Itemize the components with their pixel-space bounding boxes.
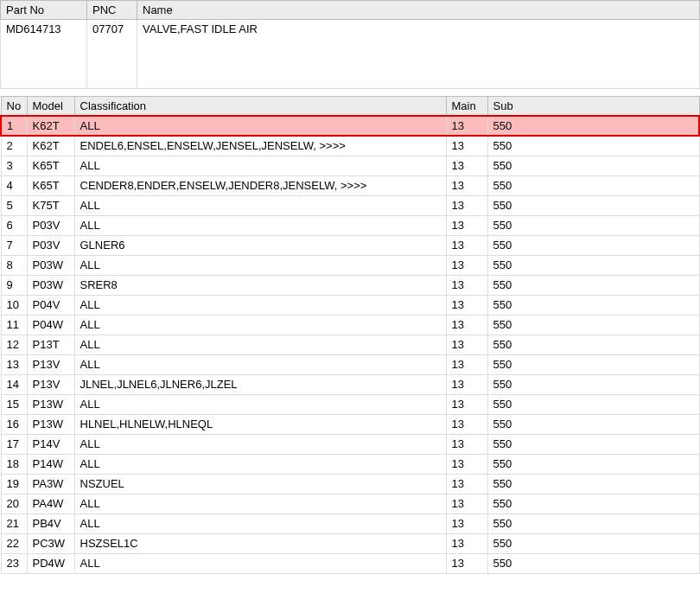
table-row[interactable]: 10P04VALL13550 [1, 295, 699, 315]
table-row[interactable]: 13P13VALL13550 [1, 354, 699, 374]
cell-no: 22 [1, 533, 27, 553]
table-row[interactable]: 21PB4VALL13550 [1, 513, 699, 533]
cell-sub: 550 [487, 116, 699, 136]
table-header-row: No Model Classification Main Sub [1, 97, 699, 117]
header-columns-row: Part No PNC Name [1, 1, 700, 20]
cell-main: 13 [446, 513, 487, 533]
table-row[interactable]: 3K65TALL13550 [1, 156, 699, 175]
header-col-name[interactable]: Name [137, 1, 700, 20]
table-row[interactable]: 8P03WALL13550 [1, 255, 699, 275]
cell-classification: ALL [74, 156, 446, 175]
cell-model: PA4W [27, 494, 74, 513]
table-row[interactable]: 16P13WHLNEL,HLNELW,HLNEQL13550 [1, 414, 699, 434]
cell-classification: NSZUEL [74, 474, 446, 494]
table-row[interactable]: 12P13TALL13550 [1, 335, 699, 354]
cell-sub: 550 [487, 275, 699, 295]
part-header-table: Part No PNC Name MD614713 07707 VALVE,FA… [0, 0, 700, 89]
table-row[interactable]: 15P13WALL13550 [1, 394, 699, 414]
cell-classification: ALL [74, 195, 446, 215]
cell-main: 13 [446, 414, 487, 434]
cell-no: 8 [1, 255, 27, 275]
table-row[interactable]: 1K62TALL13550 [1, 116, 699, 136]
cell-sub: 550 [487, 156, 699, 175]
table-row[interactable]: 17P14VALL13550 [1, 434, 699, 454]
cell-no: 15 [1, 394, 27, 414]
cell-classification: ALL [74, 513, 446, 533]
cell-no: 5 [1, 195, 27, 215]
cell-no: 13 [1, 354, 27, 374]
cell-no: 3 [1, 156, 27, 175]
cell-model: K75T [27, 195, 74, 215]
cell-no: 7 [1, 235, 27, 255]
cell-no: 2 [1, 136, 27, 156]
cell-classification: HLNEL,HLNELW,HLNEQL [74, 414, 446, 434]
cell-model: P03W [27, 275, 74, 295]
cell-sub: 550 [487, 354, 699, 374]
table-row[interactable]: 18P14WALL13550 [1, 454, 699, 474]
table-row[interactable]: 6P03VALL13550 [1, 215, 699, 235]
table-row[interactable]: 9P03WSRER813550 [1, 275, 699, 295]
cell-main: 13 [446, 235, 487, 255]
table-row[interactable]: 2K62TENDEL6,ENSEL,ENSELW,JENSEL,JENSELW,… [1, 136, 699, 156]
cell-no: 1 [1, 116, 27, 136]
table-row[interactable]: 20PA4WALL13550 [1, 494, 699, 513]
cell-classification: ALL [74, 454, 446, 474]
cell-no: 17 [1, 434, 27, 454]
cell-main: 13 [446, 434, 487, 454]
cell-sub: 550 [487, 235, 699, 255]
col-header-sub[interactable]: Sub [487, 97, 699, 117]
table-row[interactable]: 5K75TALL13550 [1, 195, 699, 215]
table-row[interactable]: 19PA3WNSZUEL13550 [1, 474, 699, 494]
cell-model: P13W [27, 414, 74, 434]
cell-main: 13 [446, 474, 487, 494]
cell-classification: ALL [74, 295, 446, 315]
cell-main: 13 [446, 374, 487, 394]
cell-classification: ALL [74, 354, 446, 374]
cell-model: P13T [27, 335, 74, 354]
header-col-partno[interactable]: Part No [1, 1, 87, 20]
table-row[interactable]: 14P13VJLNEL,JLNEL6,JLNER6,JLZEL13550 [1, 374, 699, 394]
cell-no: 16 [1, 414, 27, 434]
cell-classification: ALL [74, 434, 446, 454]
table-row[interactable]: 4K65TCENDER8,ENDER,ENSELW,JENDER8,JENSEL… [1, 175, 699, 195]
cell-sub: 550 [487, 195, 699, 215]
cell-main: 13 [446, 195, 487, 215]
cell-classification: ALL [74, 494, 446, 513]
cell-model: P03W [27, 255, 74, 275]
cell-classification: ALL [74, 335, 446, 354]
cell-no: 6 [1, 215, 27, 235]
cell-classification: ALL [74, 255, 446, 275]
cell-model: K62T [27, 136, 74, 156]
cell-sub: 550 [487, 474, 699, 494]
cell-main: 13 [446, 553, 487, 573]
cell-no: 9 [1, 275, 27, 295]
cell-main: 13 [446, 116, 487, 136]
cell-no: 12 [1, 335, 27, 354]
cell-model: K65T [27, 156, 74, 175]
cell-main: 13 [446, 255, 487, 275]
cell-model: PD4W [27, 553, 74, 573]
table-row[interactable]: 22PC3WHSZSEL1C13550 [1, 533, 699, 553]
classification-table: No Model Classification Main Sub 1K62TAL… [0, 96, 700, 574]
cell-main: 13 [446, 215, 487, 235]
header-col-pnc[interactable]: PNC [87, 1, 137, 20]
cell-sub: 550 [487, 414, 699, 434]
cell-classification: ENDEL6,ENSEL,ENSELW,JENSEL,JENSELW, >>>> [74, 136, 446, 156]
cell-main: 13 [446, 494, 487, 513]
table-row[interactable]: 23PD4WALL13550 [1, 553, 699, 573]
cell-model: P14W [27, 454, 74, 474]
table-row[interactable]: 7P03VGLNER613550 [1, 235, 699, 255]
col-header-model[interactable]: Model [27, 97, 74, 117]
cell-main: 13 [446, 275, 487, 295]
cell-model: P04V [27, 295, 74, 315]
cell-main: 13 [446, 295, 487, 315]
table-row[interactable]: 11P04WALL13550 [1, 315, 699, 335]
cell-main: 13 [446, 175, 487, 195]
cell-sub: 550 [487, 215, 699, 235]
header-values-row[interactable]: MD614713 07707 VALVE,FAST IDLE AIR [1, 20, 700, 89]
cell-classification: ALL [74, 553, 446, 573]
col-header-main[interactable]: Main [446, 97, 487, 117]
cell-model: PA3W [27, 474, 74, 494]
col-header-classification[interactable]: Classification [74, 97, 446, 117]
col-header-no[interactable]: No [1, 97, 27, 117]
